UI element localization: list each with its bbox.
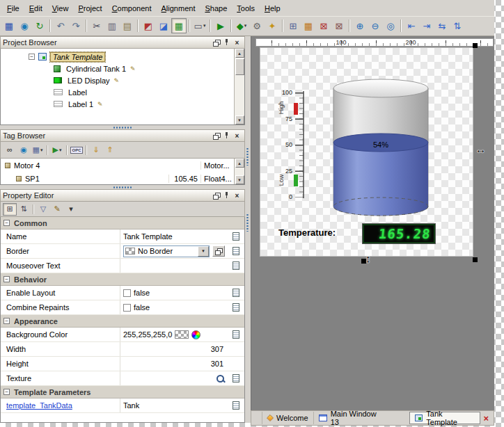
property-value[interactable]	[120, 259, 228, 273]
zoom-in-button[interactable]: ⊕	[352, 18, 368, 33]
tab-welcome[interactable]: Welcome	[262, 412, 313, 424]
menu-file[interactable]: File	[2, 2, 24, 15]
edit-binding-button[interactable]: ✎	[50, 203, 64, 216]
border-dropdown[interactable]: No Border▼	[123, 245, 210, 257]
tag-views-button[interactable]: ▦▾	[31, 144, 45, 156]
checkbox[interactable]	[123, 289, 131, 297]
binding-icon[interactable]	[233, 232, 239, 241]
scroll-down-button[interactable]: ▼	[235, 175, 244, 184]
resize-handle-bottom-right[interactable]	[473, 257, 478, 262]
binding-icon[interactable]	[233, 303, 239, 312]
dropdown-button[interactable]: ▼	[198, 246, 209, 257]
property-editor-pin-button[interactable]	[221, 191, 232, 200]
snap-grid-button[interactable]: ▦	[171, 18, 187, 33]
binding-icon[interactable]	[233, 374, 239, 382]
collapse-icon[interactable]: −	[3, 276, 10, 282]
tab-close-button[interactable]: ×	[480, 413, 491, 424]
resize-handle-top-right[interactable]	[473, 43, 478, 48]
table-view-button[interactable]: ⊞	[3, 203, 17, 216]
export-tags-button[interactable]: ⇓	[89, 144, 103, 156]
border-dialog-button[interactable]	[212, 245, 225, 257]
project-browser-float-button[interactable]	[211, 38, 221, 47]
redo-button[interactable]: ↷	[68, 18, 84, 33]
menu-help[interactable]: Help	[260, 2, 285, 15]
security-button[interactable]: ✦	[265, 18, 280, 33]
design-canvas[interactable]: 100200 100 75 50 25 0 High Low	[251, 36, 494, 410]
property-value[interactable]: 301	[120, 357, 228, 371]
save-button[interactable]: ▦	[1, 18, 17, 33]
scroll-down-button[interactable]: ▼	[235, 115, 244, 124]
distribute-vertical-button[interactable]: ⇅	[450, 18, 465, 33]
temperature-label[interactable]: Temperature:	[278, 227, 336, 238]
property-editor-close-button[interactable]: ×	[232, 191, 242, 200]
filter-button[interactable]: ▽	[36, 203, 50, 216]
remove-row-button[interactable]: ⊠	[316, 18, 331, 33]
undo-button[interactable]: ↶	[53, 18, 68, 33]
tag-browse-button[interactable]: ◪	[156, 18, 171, 33]
sort-alpha-button[interactable]: ⇅	[17, 203, 31, 216]
browse-server-button[interactable]: ◉	[17, 144, 31, 156]
run-button[interactable]: ▶▾	[50, 144, 64, 156]
menu-project[interactable]: Project	[73, 2, 107, 15]
section-header-common[interactable]: −Common	[1, 217, 244, 229]
level-scale[interactable]: 100 75 50 25 0 High Low	[277, 87, 309, 204]
binding-icon[interactable]	[233, 261, 239, 270]
tree-item-tank-template[interactable]: −Tank Template	[1, 51, 234, 63]
grid-view-button[interactable]: ⊞	[285, 18, 301, 33]
border-style-button[interactable]: ▭▾	[192, 18, 207, 33]
menu-alignment[interactable]: Alignment	[157, 2, 200, 15]
dock-splitter-vertical[interactable]	[245, 36, 251, 423]
property-value[interactable]: 255,255,255,0	[120, 328, 228, 341]
expander-icon[interactable]: −	[29, 54, 35, 60]
binding-icon[interactable]	[233, 247, 239, 255]
tree-item-led-display[interactable]: LED Display✎	[1, 74, 234, 86]
import-tags-button[interactable]: ⇑	[103, 144, 117, 156]
indent-right-button[interactable]: ⇥	[419, 18, 434, 33]
property-value[interactable]: false	[120, 300, 228, 314]
led-display[interactable]: 165.28	[362, 223, 436, 244]
project-tree-scrollbar[interactable]: ▲ ▼	[234, 49, 244, 124]
menu-edit[interactable]: Edit	[24, 2, 47, 15]
cut-button[interactable]: ✂	[89, 18, 104, 33]
tag-browser-close-button[interactable]: ×	[232, 131, 242, 140]
binding-icon[interactable]	[233, 289, 239, 297]
property-editor-float-button[interactable]	[211, 191, 221, 200]
refresh-button[interactable]: ↻	[32, 18, 47, 33]
copy-button[interactable]: ▥	[104, 18, 120, 33]
property-label[interactable]: template_TankData	[1, 398, 120, 412]
tag-edit-button[interactable]: ◩	[141, 18, 156, 33]
distribute-horizontal-button[interactable]: ⇆	[434, 18, 450, 33]
tag-row-motor-4[interactable]: Motor 4Motor...	[1, 159, 234, 172]
property-value[interactable]: No Border▼	[120, 244, 228, 258]
property-value[interactable]: Tank	[120, 398, 228, 412]
report-table-button[interactable]: ▦	[301, 18, 316, 33]
find-button[interactable]: ∞	[3, 144, 17, 156]
scroll-up-button[interactable]: ▲	[235, 159, 244, 168]
tab-main-window-13[interactable]: Main Window 13	[313, 412, 392, 424]
checkbox[interactable]	[123, 304, 131, 312]
binding-icon[interactable]	[233, 401, 239, 410]
color-wheel-icon[interactable]	[191, 330, 200, 339]
scroll-up-button[interactable]: ▲	[235, 49, 244, 58]
template-canvas[interactable]: 100 75 50 25 0 High Low	[260, 47, 473, 257]
preview-play-button[interactable]: ▶	[213, 18, 228, 33]
tree-item-label-1[interactable]: Label 1✎	[1, 98, 234, 110]
launch-button[interactable]: ◆▾	[234, 18, 249, 33]
paste-button[interactable]: ▤	[120, 18, 135, 33]
property-value[interactable]: false	[120, 286, 228, 300]
section-header-behavior[interactable]: −Behavior	[1, 273, 244, 286]
tag-browser-float-button[interactable]	[211, 131, 221, 140]
collapse-icon[interactable]: −	[3, 318, 10, 324]
zoom-out-button[interactable]: ⊖	[368, 18, 383, 33]
magnifier-icon[interactable]	[216, 374, 225, 383]
project-browser-close-button[interactable]: ×	[232, 38, 242, 47]
property-value[interactable]: 307	[120, 342, 228, 356]
tag-browser-scrollbar[interactable]: ▲ ▼	[234, 159, 244, 184]
menu-view[interactable]: View	[47, 2, 74, 15]
remove-col-button[interactable]: ⊠	[331, 18, 347, 33]
color-swatch[interactable]	[175, 330, 189, 339]
zoom-fit-button[interactable]: ◎	[383, 18, 398, 33]
more-options-button[interactable]: ▾	[64, 203, 78, 216]
menu-component[interactable]: Component	[107, 2, 157, 15]
menu-tools[interactable]: Tools	[232, 2, 260, 15]
